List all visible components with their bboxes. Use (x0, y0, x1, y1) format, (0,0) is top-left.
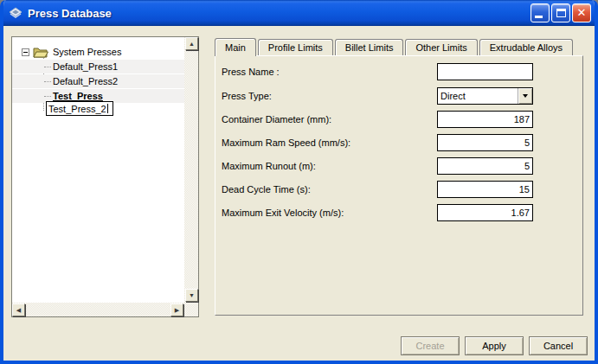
tree-item-label: Default_Press1 (53, 61, 118, 72)
create-button[interactable]: Create (401, 336, 460, 355)
tree-connector-stub (44, 81, 51, 82)
press-name-input[interactable] (437, 63, 533, 80)
close-icon: ✕ (573, 4, 590, 22)
container-diameter-input[interactable] (437, 111, 533, 128)
close-button[interactable]: ✕ (572, 3, 591, 22)
tree-item-label: Default_Press2 (53, 76, 118, 86)
scroll-left-icon[interactable]: ◀ (12, 303, 25, 316)
scrollbar-corner (184, 303, 198, 316)
max-runout-input[interactable] (437, 157, 533, 175)
scroll-down-icon[interactable]: ▼ (185, 289, 198, 302)
press-type-label: Press Type: (222, 91, 437, 101)
tree-item-label: Test_Press (53, 91, 103, 101)
max-runout-label: Maximum Runout (m): (222, 161, 437, 171)
dead-cycle-time-label: Dead Cycle Time (s): (222, 184, 437, 195)
press-tree: System Presses Default_Press1 Default_Pr… (12, 37, 184, 303)
folder-open-icon (33, 47, 48, 58)
chevron-down-icon (523, 94, 528, 98)
dead-cycle-time-input[interactable] (437, 181, 533, 198)
tree-item-label: Test_Press_2 (48, 104, 106, 114)
cancel-button[interactable]: Cancel (529, 336, 588, 355)
minimize-icon (535, 16, 543, 18)
tree-item-default-press2[interactable]: Default_Press2 (12, 74, 184, 88)
max-exit-velocity-input[interactable] (437, 204, 533, 221)
tree-item-rename-input[interactable]: Test_Press_2 (46, 101, 113, 116)
press-tree-panel: System Presses Default_Press1 Default_Pr… (11, 36, 199, 317)
tree-item-system-presses[interactable]: System Presses (12, 45, 184, 59)
tree-horizontal-scrollbar[interactable] (12, 303, 184, 316)
max-ram-speed-input[interactable] (437, 134, 533, 151)
press-name-label: Press Name : (222, 67, 437, 77)
tab-extrudable-alloys[interactable]: Extrudable Alloys (479, 39, 573, 55)
combo-dropdown-button[interactable] (518, 88, 532, 104)
apply-button[interactable]: Apply (465, 336, 524, 355)
tab-profile-limits[interactable]: Profile Limits (258, 39, 333, 55)
container-diameter-label: Container Diameter (mm): (222, 114, 437, 125)
titlebar[interactable]: Press Database ✕ (0, 0, 598, 26)
press-type-value: Direct (438, 91, 518, 101)
dialog-client-area: System Presses Default_Press1 Default_Pr… (3, 26, 595, 361)
tree-item-default-press1[interactable]: Default_Press1 (12, 60, 184, 73)
press-database-window: Press Database ✕ System Presses (0, 0, 598, 364)
dialog-buttons: Create Apply Cancel (401, 336, 588, 355)
maximize-button[interactable] (551, 3, 570, 22)
tree-item-label: System Presses (53, 47, 121, 57)
scroll-right-icon[interactable]: ▶ (170, 303, 183, 316)
tab-panel-main: Press Name : Press Type: Direct Containe… (215, 55, 583, 316)
window-title: Press Database (28, 7, 112, 20)
text-caret (107, 104, 108, 113)
tab-main[interactable]: Main (215, 38, 256, 56)
tab-strip: Main Profile Limits Billet Limits Other … (215, 39, 575, 56)
app-icon (8, 5, 23, 21)
minimize-button[interactable] (530, 3, 550, 22)
tab-other-limits[interactable]: Other Limits (405, 39, 477, 55)
max-ram-speed-label: Maximum Ram Speed (mm/s): (222, 137, 437, 148)
tab-billet-limits[interactable]: Billet Limits (335, 39, 404, 55)
tree-connector-stub (44, 67, 51, 67)
max-exit-velocity-label: Maximum Exit Velocity (m/s): (222, 208, 437, 218)
press-type-select[interactable]: Direct (437, 87, 533, 105)
tree-vertical-scrollbar[interactable] (184, 37, 198, 303)
tree-connector-stub (44, 96, 51, 97)
maximize-icon (556, 9, 566, 17)
collapse-icon[interactable] (22, 48, 29, 56)
scroll-up-icon[interactable]: ▲ (185, 37, 198, 50)
